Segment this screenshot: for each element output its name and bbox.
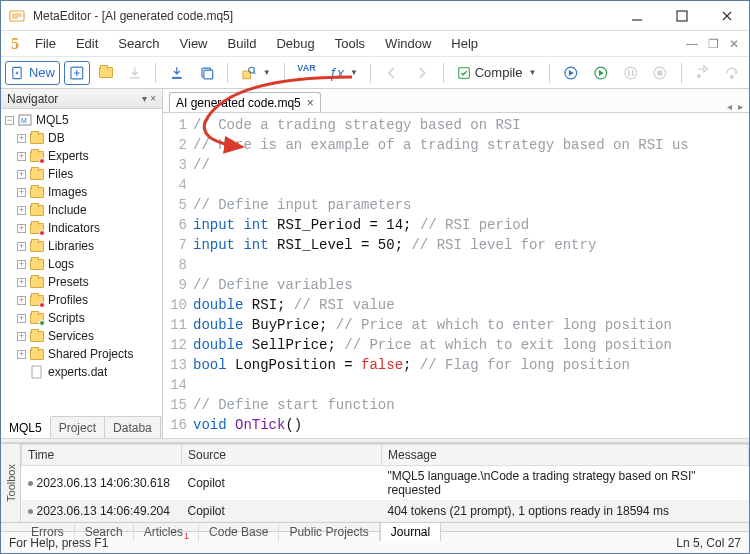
navigator-title: Navigator xyxy=(7,92,58,106)
tree-item[interactable]: +Indicators xyxy=(1,219,162,237)
log-row[interactable]: 2023.06.13 14:06:49.204Copilot404 tokens… xyxy=(22,501,749,522)
tree-item[interactable]: +Files xyxy=(1,165,162,183)
app-5-icon: 5 xyxy=(5,31,25,56)
download-icon xyxy=(169,65,185,81)
mql5-icon: M xyxy=(18,113,32,127)
var-icon: VAR↓ xyxy=(297,63,315,83)
menubar: 5 File Edit Search View Build Debug Tool… xyxy=(1,31,749,57)
tree-item[interactable]: +Libraries xyxy=(1,237,162,255)
mdi-minimize-icon[interactable]: — xyxy=(686,37,698,51)
variables-button[interactable]: VAR↓ xyxy=(293,61,321,85)
nav-back-button[interactable] xyxy=(379,61,405,85)
new-file-button[interactable]: New xyxy=(5,61,60,85)
badge-count: 1 xyxy=(184,531,189,541)
tabs-left-icon[interactable]: ◂ xyxy=(727,101,732,112)
toolbox-vertical-tab[interactable]: Toolbox xyxy=(1,444,21,522)
tree-item[interactable]: +Logs xyxy=(1,255,162,273)
navigator-header[interactable]: Navigator ▾ × xyxy=(1,89,162,109)
nav-forward-button[interactable] xyxy=(409,61,435,85)
tab-codebase[interactable]: Code Base xyxy=(199,523,279,541)
tree-item[interactable]: +DB xyxy=(1,129,162,147)
download-button[interactable] xyxy=(164,61,190,85)
code-text[interactable]: // Code a trading strategy based on RSI/… xyxy=(193,113,749,438)
folder-icon xyxy=(29,221,45,235)
new-quick-button[interactable] xyxy=(64,61,90,85)
menu-tools[interactable]: Tools xyxy=(325,31,375,56)
tab-errors[interactable]: Errors xyxy=(21,523,75,541)
tab-journal[interactable]: Journal xyxy=(380,522,441,541)
nav-tab-project[interactable]: Project xyxy=(51,417,105,438)
tree-item-label: Shared Projects xyxy=(48,347,133,361)
tree-item[interactable]: +Presets xyxy=(1,273,162,291)
menu-debug[interactable]: Debug xyxy=(266,31,324,56)
tree-item[interactable]: +Services xyxy=(1,327,162,345)
menu-search[interactable]: Search xyxy=(108,31,169,56)
step-over-icon xyxy=(724,65,740,81)
play-blue-icon xyxy=(563,65,579,81)
debug-start-history-button[interactable] xyxy=(588,61,614,85)
code-editor[interactable]: 12345678910111213141516 // Code a tradin… xyxy=(163,113,749,438)
save-button[interactable] xyxy=(122,61,148,85)
mdi-restore-icon[interactable]: ❐ xyxy=(708,37,719,51)
tree-root[interactable]: − M MQL5 xyxy=(1,111,162,129)
debug-start-real-button[interactable] xyxy=(558,61,584,85)
tabs-right-icon[interactable]: ▸ xyxy=(738,101,743,112)
tree-item[interactable]: +Profiles xyxy=(1,291,162,309)
menu-view[interactable]: View xyxy=(170,31,218,56)
toolbox-panel: Toolbox Time Source Message 2023.06.13 1… xyxy=(1,443,749,531)
tab-articles[interactable]: Articles1 xyxy=(134,523,199,541)
col-source[interactable]: Source xyxy=(182,445,382,466)
nav-tab-mql5[interactable]: MQL5 xyxy=(1,416,51,438)
minimize-button[interactable] xyxy=(614,1,659,31)
menu-window[interactable]: Window xyxy=(375,31,441,56)
function-button[interactable]: ƒx▼ xyxy=(324,61,362,85)
debug-stop-button[interactable] xyxy=(647,61,673,85)
debug-pause-button[interactable] xyxy=(618,61,644,85)
open-folder-icon xyxy=(99,67,113,78)
maximize-button[interactable] xyxy=(659,1,704,31)
pin-icon[interactable]: ▾ × xyxy=(142,93,156,104)
step-into-button[interactable] xyxy=(690,61,716,85)
step-into-icon xyxy=(695,65,711,81)
mdi-close-icon[interactable]: ✕ xyxy=(729,37,739,51)
tree-item[interactable]: +Scripts xyxy=(1,309,162,327)
chevron-down-icon: ▼ xyxy=(350,68,358,77)
search-tool-button[interactable]: ▼ xyxy=(236,61,275,85)
tab-public[interactable]: Public Projects xyxy=(279,523,379,541)
close-button[interactable] xyxy=(704,1,749,31)
svg-point-11 xyxy=(625,67,637,79)
folder-icon xyxy=(29,275,45,289)
toolbox-table[interactable]: Time Source Message 2023.06.13 14:06:30.… xyxy=(21,444,749,522)
save-all-button[interactable] xyxy=(194,61,220,85)
titlebar: MetaEditor - [AI generated code.mq5] xyxy=(1,1,749,31)
menu-edit[interactable]: Edit xyxy=(66,31,108,56)
step-over-button[interactable] xyxy=(719,61,745,85)
menu-file[interactable]: File xyxy=(25,31,66,56)
tree-item-label: Files xyxy=(48,167,73,181)
close-tab-icon[interactable]: × xyxy=(307,96,314,110)
file-tab-active[interactable]: AI generated code.mq5 × xyxy=(169,92,321,112)
window-title: MetaEditor - [AI generated code.mq5] xyxy=(33,9,614,23)
compile-button[interactable]: Compile ▼ xyxy=(452,61,542,85)
tree-item[interactable]: +Images xyxy=(1,183,162,201)
folder-icon xyxy=(29,203,45,217)
file-tabs: AI generated code.mq5 × ◂▸ xyxy=(163,89,749,113)
stop-icon xyxy=(652,65,668,81)
tab-search[interactable]: Search xyxy=(75,523,134,541)
menu-help[interactable]: Help xyxy=(441,31,488,56)
tree-item[interactable]: +Shared Projects xyxy=(1,345,162,363)
log-row[interactable]: 2023.06.13 14:06:30.618Copilot"MQL5 lang… xyxy=(22,466,749,501)
editor-area: AI generated code.mq5 × ◂▸ 1234567891011… xyxy=(163,89,749,438)
navigator-tree[interactable]: − M MQL5 +DB+Experts+Files+Images+Includ… xyxy=(1,109,162,416)
compile-label: Compile xyxy=(475,65,523,80)
open-button[interactable] xyxy=(94,61,118,85)
col-message[interactable]: Message xyxy=(382,445,749,466)
folder-icon xyxy=(29,185,45,199)
main-window: MetaEditor - [AI generated code.mq5] 5 F… xyxy=(0,0,750,554)
tree-item[interactable]: +Experts xyxy=(1,147,162,165)
menu-build[interactable]: Build xyxy=(218,31,267,56)
nav-tab-databa[interactable]: Databa xyxy=(105,417,161,438)
tree-item[interactable]: experts.dat xyxy=(1,363,162,381)
tree-item[interactable]: +Include xyxy=(1,201,162,219)
col-time[interactable]: Time xyxy=(22,445,182,466)
